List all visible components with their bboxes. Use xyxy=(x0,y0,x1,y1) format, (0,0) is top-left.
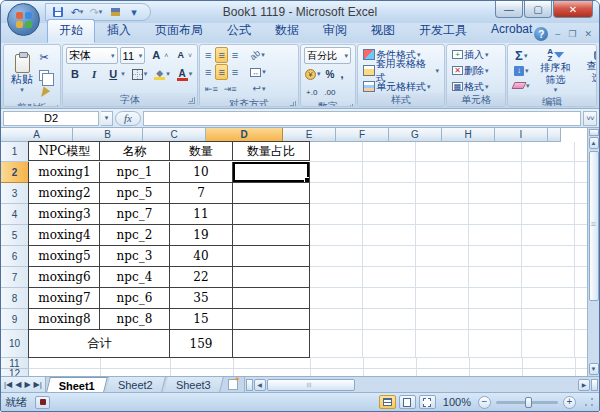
cell-I11[interactable] xyxy=(523,358,576,369)
middle-align-button[interactable]: ≡ xyxy=(215,47,227,63)
ribbon-tab-开发工具[interactable]: 开发工具 xyxy=(407,19,479,43)
horizontal-scroll-thumb[interactable] xyxy=(267,379,355,391)
row-header-1[interactable]: 1 xyxy=(1,142,29,162)
cell-E9[interactable] xyxy=(310,309,363,330)
tab-split-handle[interactable] xyxy=(246,379,253,391)
cell-D2[interactable] xyxy=(233,162,310,183)
page-layout-view-button[interactable] xyxy=(399,395,416,409)
cell-I12[interactable] xyxy=(523,369,576,377)
top-align-button[interactable]: ≡ xyxy=(203,47,213,63)
cell-G9[interactable] xyxy=(416,309,469,330)
cell-A12[interactable] xyxy=(29,369,101,377)
cell-H9[interactable] xyxy=(469,309,522,330)
cell-F9[interactable] xyxy=(363,309,416,330)
cell-D8[interactable] xyxy=(233,288,310,309)
cell-F3[interactable] xyxy=(363,183,416,204)
cell-H1[interactable] xyxy=(469,142,522,162)
cell-H7[interactable] xyxy=(469,267,522,288)
autosum-button[interactable]: Σ▾ xyxy=(511,49,532,62)
underline-button[interactable]: U▾ xyxy=(104,66,126,82)
cell-C1[interactable]: 数量 xyxy=(170,141,233,161)
center-button[interactable]: ≡ xyxy=(215,64,227,80)
cell-H10[interactable] xyxy=(469,330,522,358)
cell-F1[interactable] xyxy=(363,142,416,162)
cell-D12[interactable] xyxy=(234,369,311,377)
cell-C11[interactable] xyxy=(171,358,234,369)
cell-G2[interactable] xyxy=(416,162,469,183)
cell-G6[interactable] xyxy=(416,246,469,267)
cell-C6[interactable]: 40 xyxy=(170,246,233,267)
page-break-view-button[interactable] xyxy=(419,395,436,409)
delete-cells-button[interactable]: ✕ 删除▾ xyxy=(450,64,502,77)
grow-font-button[interactable]: A˄ xyxy=(147,47,170,63)
row-header-7[interactable]: 7 xyxy=(1,267,29,288)
column-header-E[interactable]: E xyxy=(283,128,336,142)
cell-B3[interactable]: npc_5 xyxy=(100,183,170,204)
column-header-G[interactable]: G xyxy=(389,128,442,142)
sheet-tab-sheet3[interactable]: Sheet3 xyxy=(164,377,224,392)
office-button[interactable] xyxy=(7,3,40,36)
workbook-restore-button[interactable]: ❐ xyxy=(568,29,577,39)
close-button[interactable]: ✕ xyxy=(553,1,593,18)
cell-E11[interactable] xyxy=(311,358,364,369)
cell-A1[interactable]: NPC模型 xyxy=(28,141,100,161)
help-icon[interactable]: ? xyxy=(534,27,548,41)
cell-F8[interactable] xyxy=(363,288,416,309)
increase-decimal-button[interactable]: +.0 xyxy=(304,84,319,100)
name-box-dropdown-icon[interactable]: ▾ xyxy=(101,111,113,126)
cell-E4[interactable] xyxy=(310,204,363,225)
cell-D4[interactable] xyxy=(233,204,310,225)
ribbon-tab-页面布局[interactable]: 页面布局 xyxy=(143,19,215,43)
cell-G8[interactable] xyxy=(416,288,469,309)
format-as-table-button[interactable]: 套用表格格式▾ xyxy=(361,64,441,77)
cell-D1[interactable]: 数量占比 xyxy=(233,141,310,161)
cell-I4[interactable] xyxy=(522,204,575,225)
fill-color-button[interactable]: ◆▾ xyxy=(152,66,172,82)
paste-button[interactable]: 粘贴 ▾ xyxy=(7,47,37,101)
cell-I6[interactable] xyxy=(522,246,575,267)
cell-C2[interactable]: 10 xyxy=(170,162,233,183)
vertical-split-box[interactable] xyxy=(589,129,599,136)
column-header-I[interactable]: I xyxy=(495,128,548,142)
next-sheet-icon[interactable]: ▶ xyxy=(24,380,30,389)
cell-G7[interactable] xyxy=(416,267,469,288)
row-header-12[interactable]: 12 xyxy=(1,369,29,377)
cell-F5[interactable] xyxy=(363,225,416,246)
cell-A4[interactable]: moxing3 xyxy=(28,204,100,225)
cell-E5[interactable] xyxy=(310,225,363,246)
row-header-8[interactable]: 8 xyxy=(1,288,29,309)
column-header-partial[interactable] xyxy=(548,128,561,142)
insert-worksheet-tab[interactable] xyxy=(222,377,244,392)
format-cells-button[interactable]: ▦ 格式▾ xyxy=(450,80,502,93)
cell-C3[interactable]: 7 xyxy=(170,183,233,204)
zoom-slider-thumb[interactable] xyxy=(525,397,532,408)
cell-B9[interactable]: npc_8 xyxy=(100,309,170,330)
insert-function-button[interactable]: fx xyxy=(115,111,141,126)
cell-C12[interactable] xyxy=(171,369,234,377)
cell-D5[interactable] xyxy=(233,225,310,246)
cell-H11[interactable] xyxy=(470,358,523,369)
cell-F7[interactable] xyxy=(363,267,416,288)
cell-A9[interactable]: moxing8 xyxy=(28,309,100,330)
expand-formula-bar-icon[interactable]: ˅˅ xyxy=(583,111,597,126)
cell-H6[interactable] xyxy=(469,246,522,267)
cell-A7[interactable]: moxing6 xyxy=(28,267,100,288)
cell-E1[interactable] xyxy=(310,142,363,162)
sheet-tab-sheet1[interactable]: Sheet1 xyxy=(46,377,108,392)
row-header-9[interactable]: 9 xyxy=(1,309,29,330)
scroll-down-icon[interactable]: ▼ xyxy=(589,363,599,375)
font-size-select[interactable]: 11▾ xyxy=(120,47,146,64)
cell-F6[interactable] xyxy=(363,246,416,267)
ribbon-tab-开始[interactable]: 开始 xyxy=(47,19,95,43)
cell-I3[interactable] xyxy=(522,183,575,204)
cell-A3[interactable]: moxing2 xyxy=(28,183,100,204)
increase-indent-button[interactable]: ⇥≡ xyxy=(222,81,239,97)
cell-F2[interactable] xyxy=(363,162,416,183)
zoom-slider[interactable] xyxy=(496,401,558,404)
cell-F10[interactable] xyxy=(363,330,416,358)
cell-G4[interactable] xyxy=(416,204,469,225)
percent-button[interactable]: % xyxy=(324,66,337,82)
row-header-2[interactable]: 2 xyxy=(1,162,29,183)
cell-E2[interactable] xyxy=(310,162,363,183)
minimize-button[interactable]: — xyxy=(495,1,523,18)
